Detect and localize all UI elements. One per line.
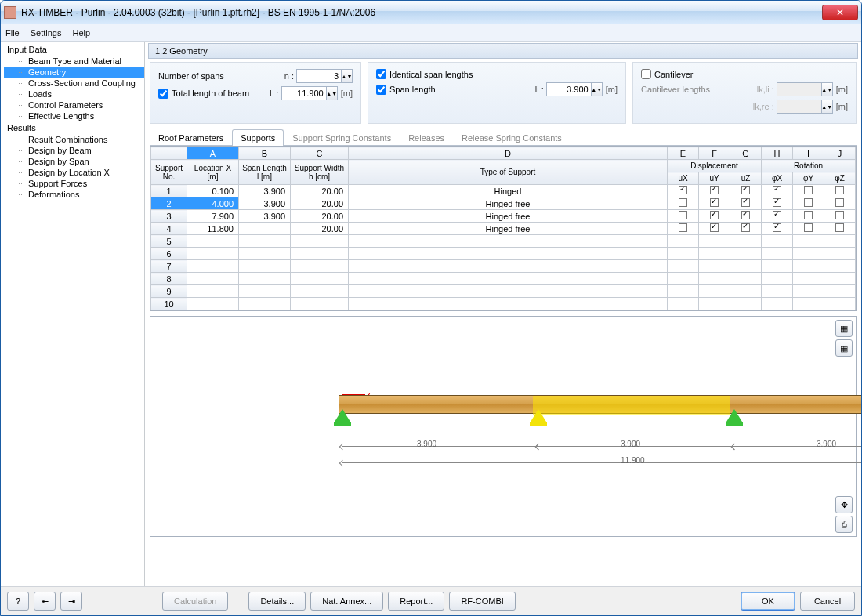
- cell-check[interactable]: [699, 197, 730, 210]
- cell-check[interactable]: [699, 298, 730, 310]
- head-ux[interactable]: uX: [668, 172, 699, 185]
- head-pz[interactable]: φZ: [824, 172, 856, 185]
- cell-check[interactable]: [824, 235, 856, 248]
- head-support-width[interactable]: Support Width b [cm]: [291, 160, 349, 185]
- identical-spans-checkbox[interactable]: [376, 69, 386, 79]
- cell[interactable]: [291, 235, 349, 248]
- cell-check[interactable]: [762, 185, 793, 197]
- span-spinner[interactable]: ▲▼: [592, 82, 603, 96]
- cell-check[interactable]: [668, 298, 699, 310]
- cell-check[interactable]: [699, 260, 730, 273]
- cell[interactable]: 7.900: [187, 210, 239, 223]
- tree-item-design-by-location[interactable]: Design by Location X: [4, 167, 144, 178]
- tab-roof-parameters[interactable]: Roof Parameters: [150, 129, 232, 146]
- cell[interactable]: [239, 298, 291, 310]
- cell-check[interactable]: [824, 298, 856, 310]
- cell-check[interactable]: [824, 223, 856, 235]
- cell[interactable]: [187, 235, 239, 248]
- col-e[interactable]: E: [668, 147, 699, 160]
- cantilever-checkbox[interactable]: [641, 69, 651, 79]
- cell-check[interactable]: [824, 285, 856, 298]
- cell[interactable]: [349, 248, 668, 260]
- cell-check[interactable]: [668, 285, 699, 298]
- cell-check[interactable]: [762, 285, 793, 298]
- col-j[interactable]: J: [824, 147, 856, 160]
- total-length-input[interactable]: [281, 86, 327, 100]
- tree-item-effective-lengths[interactable]: Effective Lengths: [4, 111, 144, 121]
- cell-check[interactable]: [730, 223, 762, 235]
- cell-check[interactable]: [793, 285, 824, 298]
- cell[interactable]: [239, 248, 291, 260]
- cell-check[interactable]: [824, 273, 856, 285]
- cell-check[interactable]: [762, 210, 793, 223]
- cell-check[interactable]: [699, 210, 730, 223]
- cell-check[interactable]: [762, 298, 793, 310]
- cell[interactable]: [291, 273, 349, 285]
- cell-check[interactable]: [762, 235, 793, 248]
- cell[interactable]: [239, 285, 291, 298]
- head-py[interactable]: φY: [793, 172, 824, 185]
- tab-releases[interactable]: Releases: [400, 129, 453, 146]
- cell-check[interactable]: [730, 260, 762, 273]
- cell[interactable]: 0.100: [187, 185, 239, 197]
- tab-support-spring-constants[interactable]: Support Spring Constants: [284, 129, 400, 146]
- cancel-button[interactable]: Cancel: [800, 592, 855, 611]
- row-number[interactable]: 2: [151, 197, 187, 210]
- cell-check[interactable]: [793, 235, 824, 248]
- tab-supports[interactable]: Supports: [232, 129, 284, 146]
- cell-check[interactable]: [762, 197, 793, 210]
- cell-check[interactable]: [793, 210, 824, 223]
- cell-check[interactable]: [762, 248, 793, 260]
- col-i[interactable]: I: [793, 147, 824, 160]
- cell-check[interactable]: [730, 210, 762, 223]
- cell-check[interactable]: [793, 260, 824, 273]
- cell[interactable]: Hinged free: [349, 210, 668, 223]
- col-a[interactable]: A: [187, 147, 239, 160]
- cell[interactable]: 3.900: [239, 185, 291, 197]
- tree-item-support-forces[interactable]: Support Forces: [4, 178, 144, 189]
- cell[interactable]: 20.00: [291, 197, 349, 210]
- head-disp-group[interactable]: Displacement: [668, 160, 762, 172]
- tree-group-input[interactable]: Input Data: [4, 43, 144, 56]
- head-px[interactable]: φX: [762, 172, 793, 185]
- cell-check[interactable]: [824, 185, 856, 197]
- col-f[interactable]: F: [699, 147, 730, 160]
- col-c[interactable]: C: [291, 147, 349, 160]
- cell-check[interactable]: [699, 285, 730, 298]
- tree-item-design-by-span[interactable]: Design by Span: [4, 156, 144, 167]
- cell[interactable]: 20.00: [291, 185, 349, 197]
- cell[interactable]: [187, 285, 239, 298]
- cell-check[interactable]: [699, 185, 730, 197]
- span-length-checkbox[interactable]: [376, 85, 386, 95]
- cell[interactable]: [291, 260, 349, 273]
- cell-check[interactable]: [668, 235, 699, 248]
- cell-check[interactable]: [699, 248, 730, 260]
- tree-item-design-by-beam[interactable]: Design by Beam: [4, 145, 144, 156]
- menu-help[interactable]: Help: [72, 28, 90, 38]
- head-uy[interactable]: uY: [699, 172, 730, 185]
- cell-check[interactable]: [668, 223, 699, 235]
- cell[interactable]: [291, 248, 349, 260]
- cell-check[interactable]: [793, 298, 824, 310]
- menu-file[interactable]: File: [5, 28, 20, 38]
- cell[interactable]: 3.900: [239, 210, 291, 223]
- cell-check[interactable]: [730, 197, 762, 210]
- head-span-length[interactable]: Span Length l [m]: [239, 160, 291, 185]
- cell-check[interactable]: [793, 248, 824, 260]
- head-location[interactable]: Location X [m]: [187, 160, 239, 185]
- cell[interactable]: [291, 285, 349, 298]
- cell[interactable]: [349, 298, 668, 310]
- col-b[interactable]: B: [239, 147, 291, 160]
- row-number[interactable]: 10: [151, 298, 187, 310]
- cell-check[interactable]: [699, 223, 730, 235]
- cell-check[interactable]: [762, 260, 793, 273]
- viewer-btn-1[interactable]: ▦: [835, 320, 853, 337]
- cell-check[interactable]: [824, 260, 856, 273]
- cell[interactable]: Hinged free: [349, 223, 668, 235]
- cell[interactable]: 11.800: [187, 223, 239, 235]
- cell-check[interactable]: [668, 197, 699, 210]
- tree-item-control-parameters[interactable]: Control Parameters: [4, 100, 144, 111]
- row-number[interactable]: 8: [151, 273, 187, 285]
- cell[interactable]: 3.900: [239, 197, 291, 210]
- row-number[interactable]: 6: [151, 248, 187, 260]
